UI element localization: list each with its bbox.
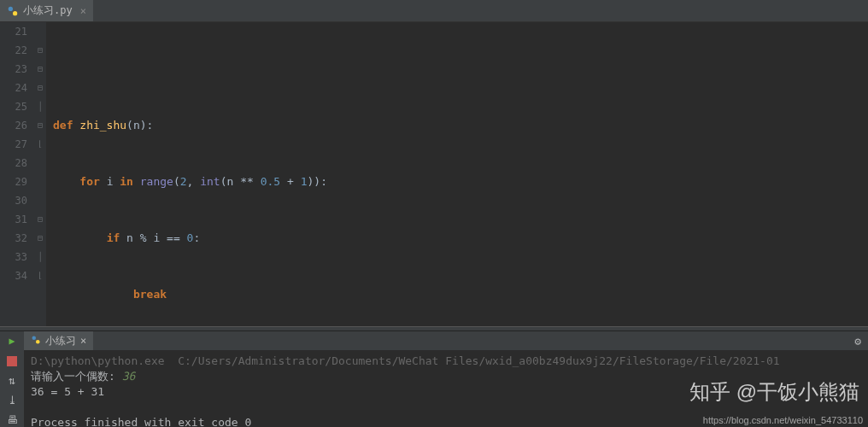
python-file-icon [7,5,19,17]
line-number: 33 [0,248,27,266]
run-panel: ⇅ ⤓ 🖶 小练习 × ⚙ D:\python\python.exe C:/Us… [0,331,868,427]
rerun-icon[interactable] [4,335,20,349]
line-number: 29 [0,173,27,191]
run-tab-bar: 小练习 × ⚙ [24,331,868,350]
line-number: 24 [0,79,27,97]
svg-point-4 [36,340,40,344]
wrap-icon[interactable]: ⇅ [4,374,20,389]
code-area[interactable]: def zhi_shu(n): for i in range(2, int(n … [46,22,868,326]
run-tab[interactable]: 小练习 × [24,331,93,350]
svg-point-0 [9,6,13,10]
gear-icon[interactable]: ⚙ [854,335,868,348]
scroll-icon[interactable]: ⤓ [4,393,20,407]
close-icon[interactable]: × [80,335,86,347]
python-icon [31,335,41,348]
svg-rect-2 [7,356,17,366]
line-number: 26 [0,116,27,135]
line-number: 23 [0,60,27,79]
line-number: 25 [0,97,27,116]
code-line: if n % i == 0: [53,229,868,248]
code-editor[interactable]: 21 22 23 24 25 26 27 28 29 30 31 32 33 3… [0,22,868,326]
line-number-gutter: 21 22 23 24 25 26 27 28 29 30 31 32 33 3… [0,22,34,326]
console-line: Process finished with exit code 0 [31,416,251,427]
line-number: 30 [0,191,27,210]
editor-tab-label: 小练习.py [23,3,73,18]
console-output[interactable]: D:\python\python.exe C:/Users/Administra… [24,350,868,427]
fold-column: ⊟⊟⊟│⊟⌊ ⊟⊟│⌊ [34,22,46,326]
close-icon[interactable]: × [80,5,86,17]
print-icon[interactable]: 🖶 [4,412,20,427]
stop-icon[interactable] [4,354,20,369]
line-number: 34 [0,266,27,285]
svg-point-1 [13,11,17,15]
line-number: 31 [0,210,27,229]
console-line: 36 = 5 + 31 [31,385,104,398]
line-number: 28 [0,154,27,173]
code-line [53,60,868,79]
line-number: 27 [0,135,27,154]
console-line: D:\python\python.exe C:/Users/Administra… [31,354,780,367]
run-toolbar: ⇅ ⤓ 🖶 [0,331,24,427]
code-line: break [53,285,868,304]
code-line: for i in range(2, int(n ** 0.5 + 1)): [53,173,868,191]
line-number: 22 [0,41,27,60]
svg-point-3 [32,336,37,340]
editor-tab[interactable]: 小练习.py × [0,0,93,21]
console-line: 请输入一个偶数: 36 [31,370,135,383]
editor-tab-bar: 小练习.py × [0,0,868,22]
run-tab-label: 小练习 [45,334,76,348]
line-number: 32 [0,229,27,248]
line-number: 21 [0,22,27,41]
code-line: def zhi_shu(n): [53,116,868,135]
